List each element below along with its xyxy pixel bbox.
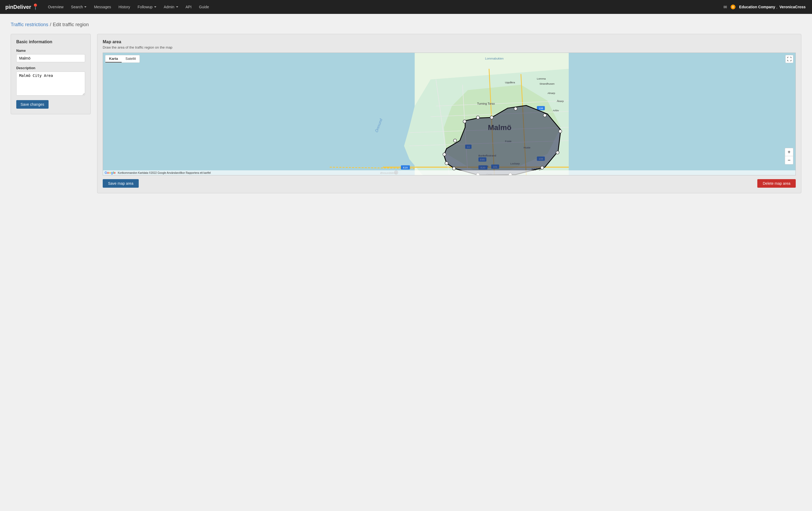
description-label: Description: [16, 66, 85, 70]
notification-badge: 0: [731, 4, 735, 9]
followup-dropdown-icon: [154, 6, 156, 7]
map-section-desc: Draw the area of the traffic region on t…: [103, 45, 796, 49]
svg-point-35: [490, 116, 493, 119]
nav-right: ✉ 0 Education Company, VeronicaCross: [723, 4, 807, 9]
brand-pin-icon: 📍: [32, 3, 39, 10]
zoom-in-button[interactable]: +: [785, 148, 793, 156]
svg-point-48: [476, 116, 480, 119]
nav-messages[interactable]: Messages: [90, 1, 115, 14]
map-tab-karta[interactable]: Karta: [105, 55, 122, 62]
svg-text:Lommabukten: Lommabukten: [485, 57, 504, 60]
map-attribution: Google Kortkommandon Kartdata ©2022 Goog…: [103, 170, 795, 175]
nav-api[interactable]: API: [182, 1, 196, 14]
navbar: pinDeliver 📍 Overview Search Messages Hi…: [0, 0, 812, 14]
breadcrumb-current: Edit traffic region: [53, 22, 89, 27]
svg-point-46: [454, 139, 457, 142]
svg-point-38: [558, 130, 562, 133]
map-svg: Öresund Lommabukten Malmö Turning Torso …: [103, 53, 795, 175]
save-changes-button[interactable]: Save changes: [16, 100, 49, 109]
description-group: Description Malmö City Area: [16, 66, 85, 97]
name-group: Name: [16, 49, 85, 62]
panel-title: Basic information: [16, 39, 85, 44]
breadcrumb-link[interactable]: Traffic restrictions: [11, 22, 48, 27]
svg-text:Alnarp: Alnarp: [547, 91, 555, 95]
svg-text:Arlöv: Arlöv: [553, 109, 559, 112]
breadcrumb: Traffic restrictions / Edit traffic regi…: [11, 22, 801, 27]
map-tabs: Karta Satellit: [105, 55, 140, 63]
admin-dropdown-icon: [176, 6, 178, 7]
svg-point-39: [556, 151, 559, 154]
user-menu[interactable]: Education Company, VeronicaCross: [739, 5, 807, 9]
map-tab-satellit[interactable]: Satellit: [122, 55, 140, 62]
left-panel: Basic information Name Description Malmö…: [11, 34, 91, 114]
brand-logo[interactable]: pinDeliver 📍: [5, 3, 39, 10]
breadcrumb-separator: /: [50, 22, 51, 27]
map-zoom-controls: + −: [785, 148, 793, 164]
content-row: Basic information Name Description Malmö…: [11, 34, 801, 193]
nav-followup[interactable]: Followup: [134, 1, 160, 14]
nav-history[interactable]: History: [115, 1, 134, 14]
map-attribution-text: Kortkommandon Kartdata ©2022 Google Anvä…: [118, 171, 211, 174]
google-logo: Google: [105, 171, 116, 174]
fullscreen-icon: [787, 57, 791, 61]
nav-overview[interactable]: Overview: [44, 1, 67, 14]
search-dropdown-icon: [84, 6, 86, 7]
map-buttons: Save map area Delete map area: [103, 179, 796, 188]
notification-bell[interactable]: ✉: [723, 4, 727, 9]
nav-links: Overview Search Messages History Followu…: [44, 1, 723, 14]
company-name: Education Company: [739, 5, 775, 9]
right-panel: Map area Draw the area of the traffic re…: [97, 34, 801, 193]
svg-text:Uppåkra: Uppåkra: [505, 81, 515, 84]
description-textarea[interactable]: Malmö City Area: [16, 72, 85, 96]
name-label: Name: [16, 49, 85, 53]
map-container[interactable]: Öresund Lommabukten Malmö Turning Torso …: [103, 53, 796, 176]
zoom-out-button[interactable]: −: [785, 156, 793, 164]
nav-guide[interactable]: Guide: [195, 1, 212, 14]
name-input[interactable]: [16, 54, 85, 62]
page-wrapper: Traffic restrictions / Edit traffic regi…: [0, 14, 812, 511]
svg-point-45: [443, 153, 446, 156]
svg-text:Turning Torso: Turning Torso: [477, 102, 495, 105]
svg-point-37: [543, 114, 546, 117]
svg-point-43: [453, 167, 456, 170]
svg-text:108: 108: [539, 107, 543, 110]
user-name: VeronicaCross: [779, 5, 806, 9]
svg-text:E20: E20: [403, 166, 408, 169]
svg-point-47: [463, 120, 466, 123]
svg-point-44: [445, 162, 448, 165]
delete-map-button[interactable]: Delete map area: [757, 179, 796, 188]
svg-text:Lomma: Lomma: [537, 77, 546, 80]
brand-name: pinDeliver: [5, 4, 31, 10]
map-section-title: Map area: [103, 39, 796, 44]
nav-admin[interactable]: Admin: [160, 1, 182, 14]
map-fullscreen-button[interactable]: [785, 55, 793, 63]
svg-text:Åkarp: Åkarp: [557, 100, 564, 103]
svg-point-40: [541, 166, 544, 169]
svg-point-36: [514, 107, 517, 110]
svg-text:Strandhusen: Strandhusen: [540, 82, 555, 85]
nav-search[interactable]: Search: [67, 1, 90, 14]
save-map-button[interactable]: Save map area: [103, 179, 139, 188]
